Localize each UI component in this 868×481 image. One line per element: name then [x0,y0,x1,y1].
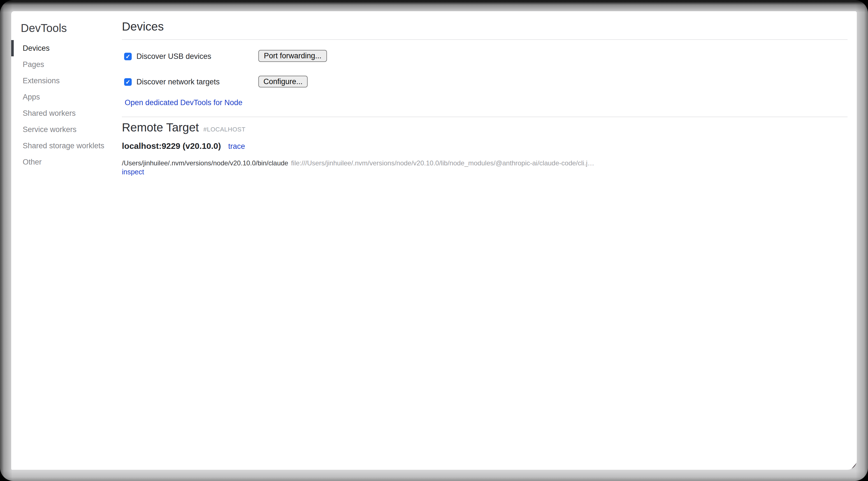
divider [122,39,847,40]
checkmark-icon: ✓ [126,53,130,60]
devtools-inspect-page: DevTools Devices Pages Extensions Apps S… [11,11,857,470]
trace-link[interactable]: trace [228,142,245,151]
remote-target-heading: Remote Target#LOCALHOST [122,121,245,137]
sidebar: Devices Pages Extensions Apps Shared wor… [23,40,115,170]
sidebar-item-other[interactable]: Other [23,154,115,170]
macos-screen: DevTools Devices Pages Extensions Apps S… [0,0,868,481]
open-node-devtools-link[interactable]: Open dedicated DevTools for Node [125,98,242,107]
sidebar-item-shared-workers[interactable]: Shared workers [23,105,115,121]
discover-network-checkbox[interactable]: ✓ [124,78,132,86]
sidebar-item-service-workers[interactable]: Service workers [23,121,115,138]
sidebar-item-extensions[interactable]: Extensions [23,72,115,89]
target-description: /Users/jinhuilee/.nvm/versions/node/v20.… [122,159,594,167]
discover-usb-row: ✓ Discover USB devices [124,52,211,61]
screenshot-root: { "colors": { "link_blue": "#1c40c9", "c… [0,0,868,481]
page-title: DevTools [21,22,67,34]
divider [122,117,847,117]
inspect-link[interactable]: inspect [122,168,144,176]
sidebar-item-shared-storage-worklets[interactable]: Shared storage worklets [23,138,115,154]
selected-item-indicator [11,40,14,56]
discover-usb-checkbox[interactable]: ✓ [124,53,132,60]
port-forwarding-button[interactable]: Port forwarding... [258,50,327,62]
discover-usb-label: Discover USB devices [136,52,211,61]
localhost-tag: #LOCALHOST [204,126,246,133]
devices-heading: Devices [122,20,164,34]
sidebar-item-devices[interactable]: Devices [23,40,115,56]
screen-corner-artifact [849,462,857,470]
sidebar-item-pages[interactable]: Pages [23,56,115,72]
process-path: /Users/jinhuilee/.nvm/versions/node/v20.… [122,159,288,167]
target-name: localhost:9229 (v20.10.0) [122,141,221,151]
discover-network-row: ✓ Discover network targets [124,78,220,86]
discover-network-label: Discover network targets [136,78,220,86]
module-url: file:///Users/jinhuilee/.nvm/versions/no… [291,159,594,167]
configure-button[interactable]: Configure... [258,76,308,87]
sidebar-item-apps[interactable]: Apps [23,89,115,105]
remote-target-title: Remote Target [122,121,199,134]
checkmark-icon: ✓ [126,79,130,86]
remote-target-row: localhost:9229 (v20.10.0) trace [122,141,245,151]
